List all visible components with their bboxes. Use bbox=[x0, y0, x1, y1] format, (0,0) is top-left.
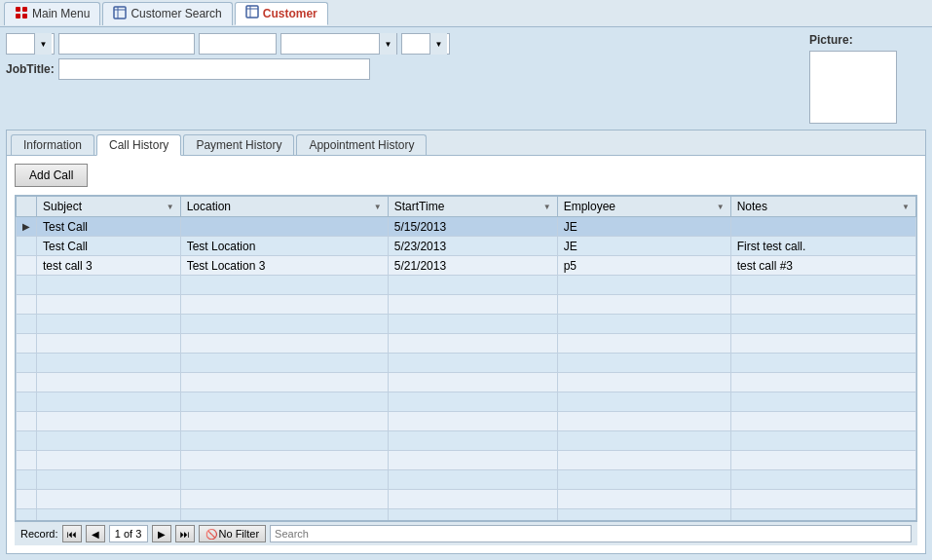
cell-starttime: 5/23/2013 bbox=[388, 237, 557, 256]
customer-type-input[interactable]: Customer bbox=[281, 34, 379, 54]
row-indicator bbox=[17, 237, 37, 256]
starttime-sort-icon: ▼ bbox=[543, 203, 551, 211]
empty-row bbox=[17, 451, 916, 470]
tab-customer[interactable]: Customer bbox=[235, 2, 328, 25]
empty-row bbox=[17, 315, 916, 334]
cell-employee: JE bbox=[557, 237, 730, 256]
tab-payment-history[interactable]: Payment History bbox=[183, 134, 294, 155]
svg-rect-7 bbox=[246, 6, 258, 18]
header-form: ▼ Test Customer ▼ ▼ JobTitle: bbox=[6, 33, 926, 124]
col-employee[interactable]: Employee ▼ bbox=[557, 197, 730, 217]
notes-sort-icon: ▼ bbox=[902, 203, 910, 211]
first-name-input[interactable]: Test bbox=[58, 33, 195, 55]
prefix-combo-arrow[interactable]: ▼ bbox=[34, 33, 52, 55]
row-indicator bbox=[17, 256, 37, 276]
cell-location bbox=[180, 217, 388, 237]
no-filter-button[interactable]: 🚫 No Filter bbox=[199, 525, 267, 542]
jobtitle-label: JobTitle: bbox=[6, 62, 55, 76]
record-position-input[interactable] bbox=[109, 525, 148, 542]
tab-customer-search-label: Customer Search bbox=[130, 7, 221, 20]
suffix-combo[interactable]: ▼ bbox=[401, 33, 450, 55]
last-record-button[interactable]: ⏭ bbox=[175, 525, 195, 542]
first-record-button[interactable]: ⏮ bbox=[62, 525, 82, 542]
svg-rect-0 bbox=[16, 7, 20, 12]
tab-appointment-history[interactable]: Appointment History bbox=[296, 134, 427, 155]
grid-icon bbox=[15, 6, 28, 22]
table-icon-search bbox=[113, 6, 127, 22]
cell-employee: p5 bbox=[557, 256, 730, 276]
cell-subject: Test Call bbox=[37, 237, 181, 256]
add-call-button[interactable]: Add Call bbox=[15, 164, 88, 187]
tab-main-menu-label: Main Menu bbox=[32, 7, 90, 20]
empty-row bbox=[17, 276, 916, 295]
row-indicator: ▶ bbox=[17, 217, 37, 237]
location-sort-icon: ▼ bbox=[374, 203, 382, 211]
panel-tabs: Information Call History Payment History… bbox=[7, 131, 925, 156]
suffix-input[interactable] bbox=[402, 34, 429, 54]
picture-label: Picture: bbox=[809, 33, 853, 47]
subject-sort-icon: ▼ bbox=[167, 203, 174, 211]
cell-notes: test call #3 bbox=[730, 256, 915, 276]
data-table-wrapper[interactable]: Subject ▼ Location ▼ bbox=[15, 195, 917, 521]
col-notes[interactable]: Notes ▼ bbox=[730, 197, 915, 217]
prefix-combo[interactable]: ▼ bbox=[6, 33, 55, 55]
no-filter-label: No Filter bbox=[219, 528, 260, 540]
tab-call-history[interactable]: Call History bbox=[96, 134, 181, 156]
col-subject[interactable]: Subject ▼ bbox=[37, 197, 181, 217]
customer-type-combo[interactable]: Customer ▼ bbox=[280, 33, 397, 55]
header-form-fields: ▼ Test Customer ▼ ▼ JobTitle: bbox=[6, 33, 803, 80]
empty-row bbox=[17, 431, 916, 451]
table-icon-customer bbox=[245, 5, 259, 21]
title-bar: Main Menu Customer Search Customer bbox=[0, 0, 932, 27]
picture-box[interactable] bbox=[809, 51, 897, 124]
table-row[interactable]: ▶Test Call5/15/2013JE bbox=[17, 217, 916, 237]
empty-row bbox=[17, 295, 916, 315]
search-input[interactable] bbox=[270, 525, 912, 542]
middle-name-input[interactable] bbox=[199, 33, 277, 55]
table-row[interactable]: test call 3Test Location 35/21/2013p5tes… bbox=[17, 256, 916, 276]
cell-notes bbox=[730, 217, 915, 237]
record-label: Record: bbox=[20, 528, 58, 540]
col-location[interactable]: Location ▼ bbox=[180, 197, 388, 217]
cell-subject: Test Call bbox=[37, 217, 181, 237]
empty-row bbox=[17, 470, 916, 490]
empty-row bbox=[17, 334, 916, 354]
jobtitle-input[interactable] bbox=[58, 58, 370, 80]
tab-main-menu[interactable]: Main Menu bbox=[4, 2, 100, 25]
empty-row bbox=[17, 392, 916, 412]
svg-rect-3 bbox=[22, 14, 27, 19]
cell-location: Test Location 3 bbox=[180, 256, 388, 276]
next-record-button[interactable]: ▶ bbox=[152, 525, 171, 542]
prefix-input[interactable] bbox=[7, 34, 34, 54]
filter-icon: 🚫 bbox=[205, 529, 217, 540]
col-starttime[interactable]: StartTime ▼ bbox=[388, 197, 557, 217]
status-bar: Record: ⏮ ◀ ▶ ⏭ 🚫 No Filter bbox=[15, 521, 917, 545]
table-row[interactable]: Test CallTest Location5/23/2013JEFirst t… bbox=[17, 237, 916, 256]
cell-subject: test call 3 bbox=[37, 256, 181, 276]
prev-record-button[interactable]: ◀ bbox=[86, 525, 105, 542]
empty-row bbox=[17, 490, 916, 509]
inner-panel: Information Call History Payment History… bbox=[6, 130, 926, 554]
name-row: ▼ Test Customer ▼ ▼ bbox=[6, 33, 803, 55]
empty-row bbox=[17, 412, 916, 431]
cell-employee: JE bbox=[557, 217, 730, 237]
panel-content: Add Call Subject ▼ bbox=[7, 156, 925, 553]
jobtitle-row: JobTitle: bbox=[6, 58, 803, 80]
cell-location: Test Location bbox=[180, 237, 388, 256]
call-history-table: Subject ▼ Location ▼ bbox=[16, 196, 916, 521]
tab-customer-search[interactable]: Customer Search bbox=[102, 2, 232, 25]
tab-customer-label: Customer bbox=[263, 7, 317, 20]
cell-starttime: 5/15/2013 bbox=[388, 217, 557, 237]
svg-rect-1 bbox=[22, 7, 27, 12]
picture-area: Picture: bbox=[809, 33, 926, 124]
employee-sort-icon: ▼ bbox=[717, 203, 725, 211]
empty-row bbox=[17, 354, 916, 373]
empty-row bbox=[17, 509, 916, 522]
suffix-combo-arrow[interactable]: ▼ bbox=[429, 33, 447, 55]
tab-information[interactable]: Information bbox=[11, 134, 94, 155]
svg-rect-4 bbox=[114, 7, 126, 19]
customer-type-arrow[interactable]: ▼ bbox=[379, 33, 396, 55]
cell-starttime: 5/21/2013 bbox=[388, 256, 557, 276]
svg-rect-2 bbox=[16, 14, 20, 19]
cell-notes: First test call. bbox=[730, 237, 915, 256]
